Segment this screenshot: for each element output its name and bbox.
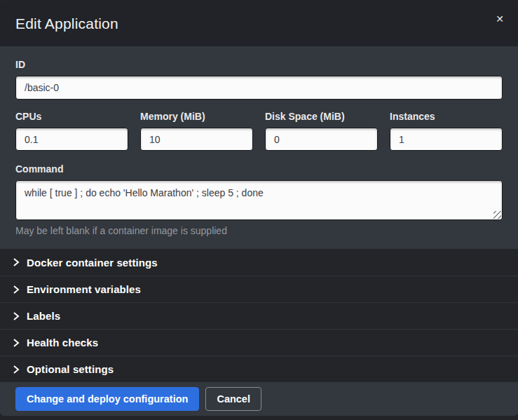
section-optional-settings[interactable]: Optional settings [0, 355, 518, 382]
chevron-right-icon [11, 285, 21, 294]
page-title: Edit Application [15, 15, 118, 32]
command-textarea-wrap: while [ true ] ; do echo 'Hello Marathon… [15, 180, 503, 220]
instances-label: Instances [390, 111, 503, 122]
command-help-text: May be left blank if a container image i… [15, 225, 503, 236]
id-label: ID [15, 59, 503, 70]
section-label: Labels [27, 310, 60, 322]
id-field-group: ID [15, 59, 503, 100]
command-label: Command [15, 163, 503, 175]
disk-input[interactable] [265, 128, 378, 151]
chevron-right-icon [11, 257, 21, 267]
section-label: Optional settings [27, 363, 114, 375]
chevron-right-icon [11, 338, 21, 348]
section-environment-variables[interactable]: Environment variables [0, 276, 518, 302]
instances-field-group: Instances [390, 111, 503, 151]
modal-body: ID CPUs Memory (MiB) Disk Space (MiB) In… [0, 46, 518, 249]
instances-input[interactable] [390, 128, 503, 151]
id-input[interactable] [15, 76, 503, 100]
modal-header: Edit Application ✕ [0, 1, 518, 46]
resource-row: CPUs Memory (MiB) Disk Space (MiB) Insta… [15, 111, 503, 151]
section-health-checks[interactable]: Health checks [0, 329, 518, 355]
cancel-button[interactable]: Cancel [205, 387, 261, 411]
section-labels[interactable]: Labels [0, 302, 518, 329]
chevron-right-icon [11, 365, 21, 374]
memory-label: Memory (MiB) [140, 111, 253, 122]
section-label: Environment variables [27, 283, 141, 295]
modal-footer: Change and deploy configuration Cancel [0, 382, 518, 416]
close-icon[interactable]: ✕ [493, 11, 507, 27]
command-textarea[interactable]: while [ true ] ; do echo 'Hello Marathon… [15, 180, 503, 220]
memory-input[interactable] [140, 128, 253, 151]
section-label: Health checks [27, 337, 98, 348]
change-and-deploy-button[interactable]: Change and deploy configuration [15, 387, 199, 411]
section-label: Docker container settings [27, 257, 158, 269]
disk-label: Disk Space (MiB) [265, 111, 378, 122]
command-field-group: Command while [ true ] ; do echo 'Hello … [15, 163, 503, 236]
disk-field-group: Disk Space (MiB) [265, 111, 378, 151]
cpus-field-group: CPUs [15, 111, 128, 151]
section-docker-container-settings[interactable]: Docker container settings [0, 249, 518, 276]
accordion-sections: Docker container settings Environment va… [0, 249, 518, 382]
chevron-right-icon [11, 311, 21, 321]
cpus-input[interactable] [15, 128, 128, 151]
edit-application-modal: Edit Application ✕ ID CPUs Memory (MiB) … [0, 1, 518, 416]
cpus-label: CPUs [15, 111, 128, 122]
memory-field-group: Memory (MiB) [140, 111, 253, 151]
